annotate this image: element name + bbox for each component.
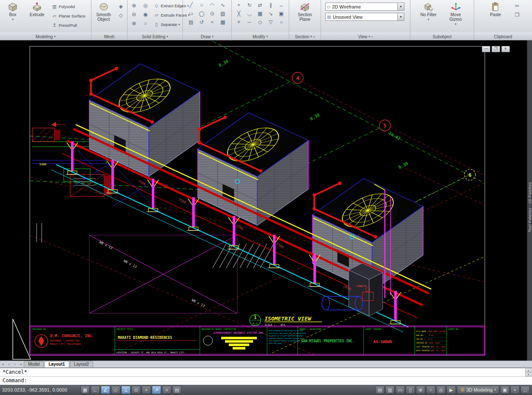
- drawing-viewport[interactable]: 4 5 6 8.30 8.30 74.42 8.30 W8 x 13 W8 x …: [0, 40, 527, 361]
- region-button[interactable]: ▤: [186, 18, 196, 26]
- cut-button[interactable]: ✂: [512, 2, 522, 10]
- restore-button[interactable]: ❐: [492, 46, 500, 52]
- fillet-edge-button[interactable]: ◎: [140, 1, 151, 10]
- revision-cloud-button[interactable]: ↺: [196, 18, 207, 26]
- taper-faces-button[interactable]: ◉: [140, 10, 151, 19]
- model-space-button[interactable]: ▤: [375, 386, 384, 394]
- tab-next-button[interactable]: ›: [12, 361, 18, 367]
- command-line-window[interactable]: *Cancel* Command: ▲ ▼: [0, 367, 532, 385]
- toggle-ortho[interactable]: ∠: [101, 386, 110, 394]
- clean-screen-button[interactable]: □: [521, 386, 530, 394]
- toggle-qp[interactable]: ▤: [172, 386, 182, 394]
- planar-surface-button[interactable]: ▱Planar Surface: [50, 11, 87, 20]
- mirror-button[interactable]: ⇄: [255, 1, 265, 9]
- panel-label-modify[interactable]: Modify▾: [232, 33, 289, 40]
- box-button[interactable]: Box ▾: [1, 1, 24, 23]
- tab-prev-button[interactable]: ‹: [6, 361, 12, 367]
- toolbar-lock-button[interactable]: ▣: [500, 386, 509, 394]
- visual-style-dropdown[interactable]: ◇ 2D Wireframe ▼: [325, 3, 404, 11]
- named-view-dropdown[interactable]: ▤ Unsaved View ▼: [325, 13, 404, 21]
- rectangle-button[interactable]: ▭: [186, 9, 196, 18]
- command-scrollbar[interactable]: ▲ ▼: [525, 369, 532, 377]
- toggle-ducs[interactable]: +: [142, 386, 151, 394]
- rotate-button[interactable]: ↻: [245, 1, 255, 9]
- toggle-lwt[interactable]: ≡: [162, 386, 171, 394]
- explode-button[interactable]: ─: [245, 18, 255, 26]
- tab-layout2[interactable]: Layout2: [70, 361, 94, 367]
- tab-first-button[interactable]: «: [0, 361, 6, 367]
- quick-view-layouts-button[interactable]: ▥: [385, 386, 395, 394]
- tab-last-button[interactable]: »: [18, 361, 24, 367]
- chevron-down-icon[interactable]: ▼: [397, 13, 404, 20]
- panel-label-solid-editing[interactable]: Solid Editing▾: [128, 33, 182, 40]
- trim-button[interactable]: ╳: [234, 9, 244, 18]
- panel-label-modeling[interactable]: Modeling▾: [0, 33, 91, 40]
- steering-wheel-button[interactable]: ○: [426, 386, 435, 394]
- tool-palettes-bar[interactable]: Tool Palettes - All Palettes: [527, 40, 532, 361]
- polysolid-button[interactable]: ▥Polysolid: [50, 2, 87, 11]
- intersect-button[interactable]: ⊗: [129, 19, 139, 28]
- chevron-down-icon[interactable]: ▼: [397, 3, 404, 10]
- toggle-grid[interactable]: ∟: [91, 386, 100, 394]
- status-tray-button[interactable]: ▪: [510, 386, 520, 394]
- tab-layout1[interactable]: Layout1: [44, 361, 69, 367]
- union-button[interactable]: ⊕: [129, 1, 139, 10]
- scale-button[interactable]: ↘: [266, 9, 276, 18]
- toggle-dyn[interactable]: ↗: [152, 386, 161, 394]
- spline-button[interactable]: ∿: [218, 1, 228, 9]
- mesh-refine-button[interactable]: ◈: [116, 2, 126, 11]
- panel-label-clipboard[interactable]: Clipboard: [474, 33, 532, 40]
- toggle-osnap[interactable]: ⊥: [121, 386, 131, 394]
- panel-label-mesh[interactable]: Mesh: [91, 33, 127, 40]
- offset-button[interactable]: ∥: [266, 1, 276, 9]
- minimize-button[interactable]: —: [482, 46, 490, 52]
- point-button[interactable]: ⊙: [207, 9, 217, 18]
- erase-button[interactable]: ×: [234, 18, 244, 26]
- arc-button[interactable]: ◠: [207, 1, 217, 9]
- hatch-button[interactable]: ▨: [218, 9, 228, 18]
- extrude-button[interactable]: Extrude: [26, 1, 48, 18]
- section-plane-button[interactable]: Section Plane: [293, 1, 316, 23]
- press-pull-button[interactable]: ↥Press/Pull: [50, 21, 87, 30]
- panel-label-draw[interactable]: Draw▾: [183, 33, 231, 40]
- mesh-smooth-less-button[interactable]: ◇: [116, 11, 126, 20]
- stretch-button[interactable]: ↔: [276, 1, 287, 9]
- shell-button[interactable]: ○: [140, 19, 151, 28]
- copy-button[interactable]: ▣: [276, 9, 287, 18]
- scroll-up-icon[interactable]: ▲: [525, 369, 532, 372]
- zoom-button[interactable]: ⊕: [416, 386, 425, 394]
- line-button[interactable]: ╱: [186, 1, 196, 9]
- quick-view-drawings-button[interactable]: ▭: [395, 386, 405, 394]
- join-button[interactable]: ▽: [266, 18, 276, 26]
- panel-label-subobject[interactable]: Subobject: [410, 33, 474, 40]
- circle-button[interactable]: ○: [196, 1, 207, 9]
- paste-button[interactable]: Paste: [484, 1, 507, 18]
- chamfer-button[interactable]: ◇: [255, 18, 265, 26]
- showmotion-button[interactable]: ◎: [436, 386, 446, 394]
- close-button[interactable]: ×: [501, 46, 510, 52]
- scroll-down-icon[interactable]: ▼: [525, 373, 532, 377]
- ellipse-button[interactable]: ◯: [196, 9, 207, 18]
- fillet-button[interactable]: ◡: [245, 9, 255, 18]
- toggle-polar[interactable]: ◇: [111, 386, 120, 394]
- tab-model[interactable]: Model: [24, 361, 44, 367]
- panel-label-view[interactable]: View▾»: [321, 33, 410, 40]
- smooth-object-button[interactable]: Smooth Object: [93, 1, 114, 23]
- panel-label-section[interactable]: Section▾»: [289, 33, 321, 40]
- move-gizmo-button[interactable]: Move Gizmo ▾: [444, 1, 467, 28]
- annotation-scale-button[interactable]: ▶: [447, 386, 456, 394]
- move-button[interactable]: +: [234, 1, 244, 9]
- coordinates-readout[interactable]: 3203.0233, -962.3591, 0.0000: [2, 387, 80, 392]
- table-button[interactable]: ▦: [218, 18, 228, 26]
- workspace-switcher[interactable]: ⚙ 3D Modeling ▾: [457, 386, 499, 394]
- pan-button[interactable]: ▯: [406, 386, 415, 394]
- break-button[interactable]: ○: [276, 18, 287, 26]
- polyline-button[interactable]: ≈: [207, 18, 217, 26]
- subtract-button[interactable]: ⊖: [129, 10, 139, 19]
- copy-clip-button[interactable]: ❐: [512, 11, 522, 19]
- array-button[interactable]: ▦: [255, 9, 265, 18]
- command-prompt-input[interactable]: Command:: [0, 377, 532, 385]
- toggle-snap[interactable]: ▦: [80, 386, 90, 394]
- toggle-otrack[interactable]: ⊙: [131, 386, 141, 394]
- no-filter-button[interactable]: No Filter ▾: [417, 1, 440, 23]
